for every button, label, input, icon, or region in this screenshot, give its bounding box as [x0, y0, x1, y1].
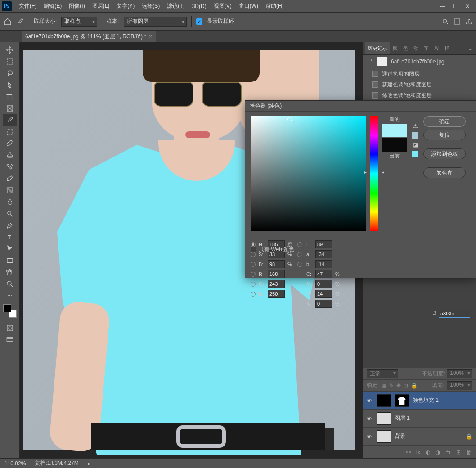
layer-thumb[interactable] [377, 412, 391, 425]
rectangle-tool[interactable] [3, 255, 17, 266]
menu-view[interactable]: 视图(V) [210, 2, 235, 10]
lasso-tool[interactable] [3, 68, 17, 79]
a-input[interactable] [315, 250, 332, 258]
group-icon[interactable]: 🗀 [445, 449, 451, 455]
lock-brush-icon[interactable]: ✎ [389, 382, 394, 389]
move-tool[interactable] [3, 44, 17, 56]
tab-color[interactable]: 颜 [390, 42, 400, 54]
show-ring-checkbox[interactable]: ✓ [196, 18, 202, 25]
tab-actions[interactable]: 动 [411, 42, 421, 54]
history-item[interactable]: 修改色调/饱和度图层 [363, 90, 476, 101]
quick-select-tool[interactable] [3, 79, 17, 91]
eyedropper-icon[interactable] [16, 18, 24, 26]
visibility-icon[interactable]: 👁 [367, 397, 373, 404]
marquee-tool[interactable] [3, 56, 17, 68]
hex-input[interactable] [439, 310, 470, 318]
layer-name[interactable]: 颜色填充 1 [413, 396, 439, 404]
hue-cursor[interactable] [368, 172, 381, 174]
g-input[interactable] [268, 280, 285, 288]
menu-help[interactable]: 帮助(H) [262, 2, 287, 10]
layer-thumb[interactable] [377, 430, 391, 443]
workspace-icon[interactable] [454, 18, 461, 25]
saturation-value-field[interactable] [251, 116, 366, 231]
dodge-tool[interactable] [3, 208, 17, 220]
maximize-icon[interactable]: ☐ [452, 3, 458, 9]
history-snapshot[interactable]: 6af1e701cb7fb00e.jpg [363, 55, 476, 68]
gradient-tool[interactable] [3, 184, 17, 196]
sample-select[interactable]: 所有图层 [124, 17, 187, 27]
current-color-swatch[interactable] [382, 138, 407, 152]
bv-input[interactable] [268, 260, 285, 268]
eyedropper-tool[interactable] [3, 114, 17, 126]
stamp-tool[interactable] [3, 149, 17, 161]
fill-select[interactable]: 100% [447, 381, 472, 390]
l-radio[interactable] [297, 242, 302, 247]
link-layers-icon[interactable]: ⚯ [406, 449, 411, 455]
tab-para[interactable]: 段 [431, 42, 442, 54]
adjustment-icon[interactable]: ◑ [436, 449, 440, 455]
brush-tool[interactable] [3, 138, 17, 149]
zoom-tool[interactable] [3, 278, 17, 290]
bv-radio[interactable] [251, 262, 256, 267]
zoom-level[interactable]: 110.92% [4, 460, 26, 467]
l-input[interactable] [315, 240, 332, 248]
trash-icon[interactable]: 🗑 [466, 449, 472, 455]
sample-size-select[interactable]: 取样点 [61, 17, 97, 27]
history-item[interactable]: 新建色调/饱和度图层 [363, 79, 476, 90]
home-icon[interactable] [4, 18, 12, 26]
sv-cursor[interactable] [287, 117, 292, 122]
path-select-tool[interactable] [3, 243, 17, 255]
layer-row[interactable]: 👁 颜色填充 1 [363, 392, 476, 410]
blab-input[interactable] [315, 260, 332, 268]
a-radio[interactable] [297, 252, 302, 257]
menu-3d[interactable]: 3D(D) [189, 3, 210, 9]
ok-button[interactable]: 确定 [423, 116, 466, 127]
r-input[interactable] [268, 270, 285, 278]
g-radio[interactable] [251, 282, 256, 287]
websafe-warning-icon[interactable]: ◪ [412, 141, 419, 148]
search-icon[interactable] [442, 18, 449, 25]
menu-filter[interactable]: 滤镜(T) [163, 2, 188, 10]
r-radio[interactable] [251, 272, 256, 277]
tab-history[interactable]: 历史记录 [365, 42, 390, 54]
fx-icon[interactable]: fx [416, 449, 420, 455]
menu-select[interactable]: 选择(S) [138, 2, 163, 10]
visibility-icon[interactable]: 👁 [367, 433, 373, 440]
minimize-icon[interactable]: — [439, 3, 445, 9]
menu-layer[interactable]: 图层(L) [89, 2, 113, 10]
reset-button[interactable]: 复位 [423, 130, 466, 140]
gamut-swatch[interactable] [412, 132, 418, 139]
m-input[interactable] [315, 280, 332, 288]
layer-thumb[interactable] [377, 394, 391, 407]
layer-name[interactable]: 背景 [395, 432, 405, 440]
b-radio[interactable] [251, 292, 256, 297]
tab-close-icon[interactable]: × [149, 33, 152, 40]
web-only-checkbox[interactable] [251, 247, 256, 252]
screen-mode-icon[interactable] [3, 334, 17, 346]
layer-row[interactable]: 👁 图层 1 [363, 410, 476, 428]
tab-swatches[interactable]: 色 [400, 42, 411, 54]
visibility-icon[interactable]: 👁 [367, 415, 373, 422]
eraser-tool[interactable] [3, 173, 17, 184]
hue-slider[interactable] [370, 116, 378, 231]
tab-styles[interactable]: 样 [442, 42, 452, 54]
heal-tool[interactable] [3, 126, 17, 138]
share-icon[interactable] [465, 18, 472, 25]
document-tab[interactable]: 6af1e701cb7fb00e.jpg @ 111% (图层 1, RGB/8… [22, 31, 156, 42]
blab-radio[interactable] [297, 262, 302, 267]
doc-info[interactable]: 文档:1.83M/4.27M [35, 459, 78, 467]
dialog-title[interactable]: 拾色器 (纯色) [245, 101, 476, 112]
layer-name[interactable]: 图层 1 [395, 414, 410, 422]
lock-all-icon[interactable]: 🔒 [411, 382, 418, 389]
menu-image[interactable]: 图像(I) [65, 2, 88, 10]
color-libraries-button[interactable]: 颜色库 [423, 167, 466, 178]
edit-toolbar-icon[interactable]: ⋯ [3, 290, 17, 302]
b-input[interactable] [268, 290, 285, 298]
opacity-select[interactable]: 100% [447, 369, 472, 378]
layer-mask-thumb[interactable] [395, 394, 409, 407]
y-input[interactable] [315, 290, 332, 298]
history-brush-tool[interactable] [3, 161, 17, 173]
foreground-background-colors[interactable] [3, 304, 17, 318]
gamut-warning-icon[interactable]: ⚠ [412, 122, 419, 130]
menu-edit[interactable]: 编辑(E) [40, 2, 65, 10]
